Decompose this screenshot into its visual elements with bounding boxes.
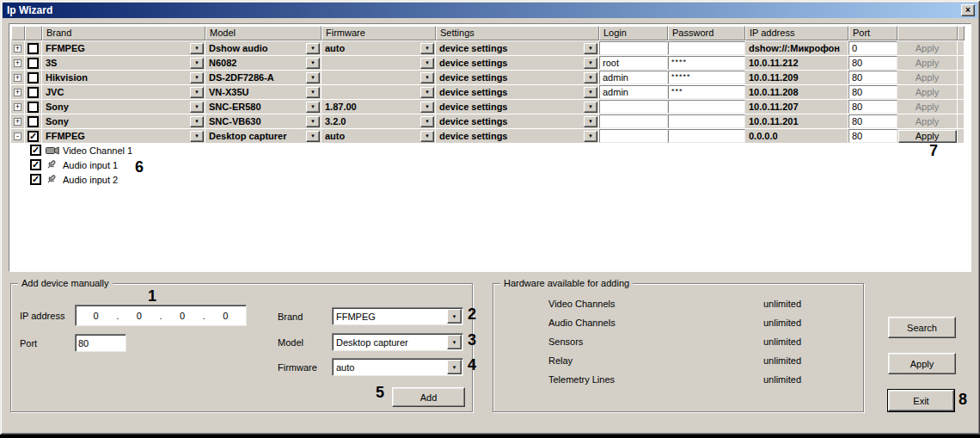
firmware-dropdown-button[interactable]: ▼ [420,116,434,127]
brand-value: FFMPEG [42,43,85,53]
firmware-dropdown-button[interactable]: ▼ [420,131,434,142]
password-input[interactable] [668,100,745,114]
expand-toggle[interactable]: + [14,74,21,82]
port-value: 80 [852,116,862,126]
port-input[interactable]: 80 [848,71,897,84]
brand-combobox-dropdown-button[interactable]: ▼ [447,309,462,324]
row-checkbox[interactable] [28,43,39,54]
expand-toggle[interactable]: + [14,45,21,52]
login-input[interactable] [599,41,668,55]
expand-cell: + [11,114,25,128]
ip-address-field[interactable]: 0 . 0 . 0 . 0 [75,305,247,326]
port-input[interactable]: 80 [848,129,897,143]
password-value: ***** [671,71,691,81]
exit-button[interactable]: Exit [888,390,954,411]
model-dropdown-button[interactable]: ▼ [306,58,320,69]
add-device-panel-title: Add device manually [18,278,113,288]
login-input[interactable]: admin [599,85,668,99]
password-input[interactable] [668,41,745,55]
brand-dropdown-button[interactable]: ▼ [190,72,204,83]
firmware-dropdown-button[interactable]: ▼ [420,87,434,98]
settings-dropdown-button[interactable]: ▼ [584,43,597,54]
port-input[interactable]: 80 [848,85,897,99]
firmware-dropdown-button[interactable]: ▼ [420,58,434,69]
settings-dropdown-button[interactable]: ▼ [584,87,597,98]
settings-dropdown-button[interactable]: ▼ [584,131,597,142]
model-combobox[interactable]: Desktop capturer ▼ [332,333,463,351]
row-checkbox-checked[interactable]: ✓ [28,131,39,142]
brand-dropdown-button[interactable]: ▼ [190,116,204,127]
settings-value: device settings [436,131,507,141]
model-dropdown-button[interactable]: ▼ [306,131,320,142]
firmware-dropdown-button[interactable]: ▼ [420,102,434,113]
row-checkbox[interactable] [28,87,39,98]
firmware-dropdown-button[interactable]: ▼ [420,43,434,54]
brand-combobox-value: FFMPEG [333,312,447,322]
expand-cell: + [11,41,25,55]
port-input[interactable]: 80 [848,56,897,70]
settings-dropdown-button[interactable]: ▼ [584,72,597,83]
row-checkbox[interactable] [28,116,39,127]
password-input[interactable] [668,129,745,143]
apply-button[interactable]: Apply [898,130,957,143]
expand-toggle[interactable]: + [14,59,21,67]
login-input[interactable]: admin [599,71,668,84]
firmware-dropdown-button[interactable]: ▼ [420,72,434,83]
add-button[interactable]: Add [392,387,465,407]
login-input[interactable] [599,114,668,128]
firmware-combobox[interactable]: auto ▼ [332,358,463,376]
channel-row: ✓ Audio input 1 [11,157,969,172]
password-input[interactable]: **** [668,56,745,70]
port-field[interactable]: 80 [75,334,126,352]
row-checkbox[interactable] [28,102,39,113]
model-dropdown-button[interactable]: ▼ [306,72,320,83]
annotation-8: 8 [959,391,967,409]
model-dropdown-button[interactable]: ▼ [306,102,320,113]
brand-dropdown-button[interactable]: ▼ [190,102,204,113]
title-bar: Ip Wizard × [3,3,977,18]
row-checkbox[interactable] [28,72,39,83]
port-input[interactable]: 80 [848,114,897,128]
expand-toggle[interactable]: + [14,103,21,111]
expand-toggle[interactable]: + [14,118,21,126]
password-input[interactable]: *** [668,85,745,99]
brand-dropdown-button[interactable]: ▼ [190,131,204,142]
model-dropdown-button[interactable]: ▼ [306,43,320,54]
login-input[interactable] [599,100,668,114]
login-input[interactable] [599,129,668,143]
login-input[interactable]: root [599,56,668,70]
apply-all-button[interactable]: Apply [888,353,956,374]
brand-dropdown-button[interactable]: ▼ [190,87,204,98]
brand-dropdown-button[interactable]: ▼ [190,58,204,69]
port-value: 80 [852,131,862,141]
expand-cell: + [11,71,25,84]
brand-dropdown-button[interactable]: ▼ [190,43,204,54]
collapse-toggle[interactable]: - [14,133,21,140]
model-combobox-dropdown-button[interactable]: ▼ [447,335,462,349]
channel-row: ✓ Video Channel 1 [11,143,969,157]
close-button[interactable]: × [961,4,975,16]
settings-dropdown-button[interactable]: ▼ [584,58,597,69]
row-checkbox[interactable] [28,58,39,69]
search-button[interactable]: Search [888,317,956,338]
firmware-combobox-dropdown-button[interactable]: ▼ [447,360,462,374]
login-value: admin [603,87,628,97]
settings-cell: device settings▼ [436,56,599,70]
password-input[interactable] [668,114,745,128]
password-input[interactable]: ***** [668,71,745,84]
port-input[interactable]: 0 [848,41,897,55]
expand-toggle[interactable]: + [14,89,21,96]
settings-value: device settings [436,72,507,83]
dropdown-arrow-icon: ▼ [310,89,315,95]
model-dropdown-button[interactable]: ▼ [306,87,320,98]
column-header-checkbox [25,26,42,40]
channel-checkbox[interactable]: ✓ [30,145,41,156]
channel-checkbox[interactable]: ✓ [30,159,41,170]
settings-dropdown-button[interactable]: ▼ [584,116,597,127]
port-input[interactable]: 80 [848,100,897,114]
channel-checkbox[interactable]: ✓ [30,174,41,185]
brand-combobox[interactable]: FFMPEG ▼ [332,307,463,325]
model-dropdown-button[interactable]: ▼ [306,116,320,127]
settings-dropdown-button[interactable]: ▼ [584,102,597,113]
checkbox-cell [25,56,42,70]
